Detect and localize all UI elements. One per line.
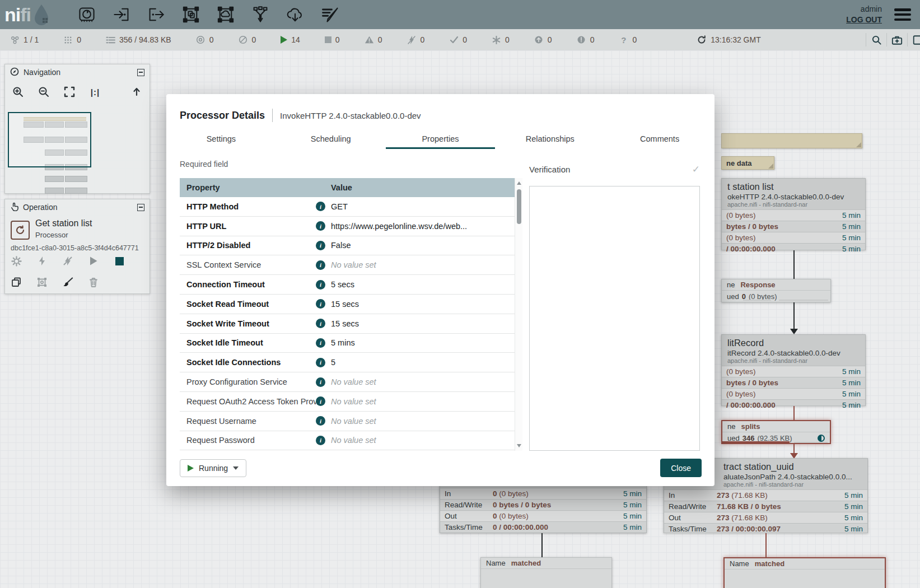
processor-icon[interactable]	[76, 3, 98, 26]
table-row[interactable]: HTTP/2 DisablediFalse	[180, 236, 515, 256]
table-row[interactable]: Request PasswordiNo value set	[180, 431, 515, 451]
table-row[interactable]: Socket Idle Connectionsi5	[180, 353, 515, 372]
tab-relationships[interactable]: Relationships	[495, 129, 605, 149]
tab-properties[interactable]: Properties	[386, 129, 496, 149]
run-status-dropdown[interactable]: Running	[180, 459, 246, 477]
info-icon[interactable]: i	[316, 221, 325, 231]
connection-line[interactable]	[793, 406, 795, 420]
clipboard-icon[interactable]	[908, 31, 920, 48]
cloud-download-icon[interactable]	[284, 3, 306, 26]
info-icon[interactable]: i	[316, 338, 325, 348]
info-icon[interactable]: i	[316, 280, 325, 290]
tab-scheduling[interactable]: Scheduling	[276, 129, 386, 149]
connection-matched[interactable]: Namematched	[723, 557, 886, 588]
nifi-logo: nifi	[4, 3, 51, 26]
info-icon[interactable]: i	[316, 396, 325, 406]
process-group-icon[interactable]	[180, 3, 202, 26]
label-resize-handle[interactable]	[768, 164, 773, 169]
group-selection-icon[interactable]	[36, 277, 48, 288]
funnel-icon[interactable]	[249, 3, 272, 26]
close-button[interactable]: Close	[660, 459, 702, 477]
table-row[interactable]: Request OAuth2 Access Token Prov...iNo v…	[180, 392, 515, 412]
info-icon[interactable]: i	[316, 377, 325, 387]
question-icon: ?	[619, 35, 628, 45]
color-brush-icon[interactable]	[62, 277, 73, 288]
zoom-out-icon[interactable]	[38, 86, 50, 98]
global-menu-icon[interactable]	[894, 8, 911, 21]
table-row[interactable]: Socket Idle Timeouti5 mins	[180, 334, 515, 353]
enable-bolt-icon[interactable]	[36, 255, 48, 267]
scroll-up-icon[interactable]	[517, 181, 521, 185]
table-row[interactable]: HTTP URLihttps://www.pegelonline.wsv.de/…	[180, 217, 515, 236]
table-row[interactable]: Connection Timeouti5 secs	[180, 275, 515, 295]
logout-link[interactable]: LOG OUT	[846, 15, 882, 25]
connection-line[interactable]	[793, 302, 795, 329]
table-row[interactable]: SSL Context ServiceiNo value set	[180, 255, 515, 275]
disable-bolt-slash-icon[interactable]	[62, 255, 73, 267]
collapse-panel-icon[interactable]	[137, 69, 144, 76]
table-scrollbar[interactable]	[515, 178, 522, 451]
processor-splitrecord[interactable]: litRecord itRecord 2.4.0-stackable0.0.0-…	[721, 334, 866, 406]
scrollbar-thumb[interactable]	[517, 189, 521, 224]
info-icon[interactable]: i	[316, 319, 325, 328]
status-stale: 0	[534, 35, 552, 45]
flow-canvas[interactable]: ne data t station list okeHTTP 2.4.0-sta…	[0, 50, 920, 588]
logo-text: ni	[4, 5, 20, 24]
go-to-parent-icon[interactable]	[130, 86, 143, 98]
transmitting-icon	[196, 35, 206, 45]
tab-settings[interactable]: Settings	[166, 129, 276, 149]
table-row[interactable]: Request UsernameiNo value set	[180, 412, 515, 431]
flow-label[interactable]: ne data	[721, 156, 774, 170]
connection-line[interactable]	[541, 533, 543, 557]
processor-get-station-list[interactable]: t station list okeHTTP 2.4.0-stackable0.…	[721, 178, 866, 250]
delete-trash-icon[interactable]	[88, 277, 99, 288]
info-icon[interactable]: i	[316, 416, 325, 426]
chevron-down-icon	[233, 466, 239, 470]
scroll-down-icon[interactable]	[517, 444, 521, 447]
remote-process-group-icon[interactable]	[214, 3, 237, 26]
connection-response[interactable]: neResponse ued0(0 bytes)	[721, 279, 831, 302]
info-icon[interactable]: i	[316, 436, 325, 445]
zoom-actual-icon[interactable]: |:|	[89, 86, 101, 98]
info-icon[interactable]: i	[316, 202, 325, 211]
table-row[interactable]: HTTP MethodiGET	[180, 197, 515, 217]
table-row[interactable]: Socket Read Timeouti15 secs	[180, 295, 515, 314]
label-resize-handle[interactable]	[856, 142, 861, 147]
search-icon[interactable]	[866, 31, 886, 48]
connection-matched[interactable]: Namematched	[480, 557, 612, 588]
stop-icon[interactable]	[114, 255, 125, 267]
stat-row: bytes / 0 bytes5 min	[722, 377, 865, 388]
zoom-in-icon[interactable]	[12, 86, 24, 98]
info-icon[interactable]: i	[316, 241, 325, 250]
verify-check-icon[interactable]: ✓	[692, 164, 700, 175]
collapse-panel-icon[interactable]	[137, 204, 144, 211]
configure-gear-icon[interactable]	[11, 255, 22, 267]
zoom-fit-icon[interactable]	[63, 86, 76, 98]
input-port-icon[interactable]	[110, 3, 133, 26]
info-icon[interactable]: i	[316, 299, 325, 309]
table-row[interactable]: Socket Write Timeouti15 secs	[180, 314, 515, 334]
birdseye-minimap[interactable]	[8, 112, 147, 192]
table-row[interactable]: Proxy Configuration ServiceiNo value set	[180, 372, 515, 392]
refresh-status[interactable]: 13:16:32 GMT	[697, 35, 761, 44]
tab-comments[interactable]: Comments	[605, 129, 714, 149]
selected-component-name: Get station list	[35, 218, 92, 228]
copy-icon[interactable]	[11, 277, 22, 288]
processor-stats-table[interactable]: In0 (0 bytes)5 min Read/Write0 bytes / 0…	[440, 485, 647, 533]
first-aid-kit-icon[interactable]	[887, 31, 907, 48]
label-icon[interactable]	[319, 3, 341, 26]
connection-line[interactable]	[793, 250, 795, 279]
start-icon[interactable]	[88, 255, 99, 267]
info-icon[interactable]: i	[316, 260, 325, 270]
info-icon[interactable]: i	[316, 358, 325, 367]
flow-label[interactable]	[721, 133, 862, 148]
output-port-icon[interactable]	[145, 3, 167, 26]
minimap-viewport[interactable]	[8, 112, 91, 167]
connection-splits[interactable]: nesplits ued346(92.35 KB)	[721, 420, 831, 444]
stat-row: Read/Write71.68 KB / 0 bytes5 min	[664, 501, 867, 512]
stat-row: (0 bytes)5 min	[722, 388, 865, 399]
component-toolbar	[76, 3, 341, 26]
connection-line[interactable]	[765, 533, 767, 557]
stat-row: Read/Write0 bytes / 0 bytes5 min	[440, 499, 646, 510]
connection-line[interactable]	[793, 444, 795, 454]
